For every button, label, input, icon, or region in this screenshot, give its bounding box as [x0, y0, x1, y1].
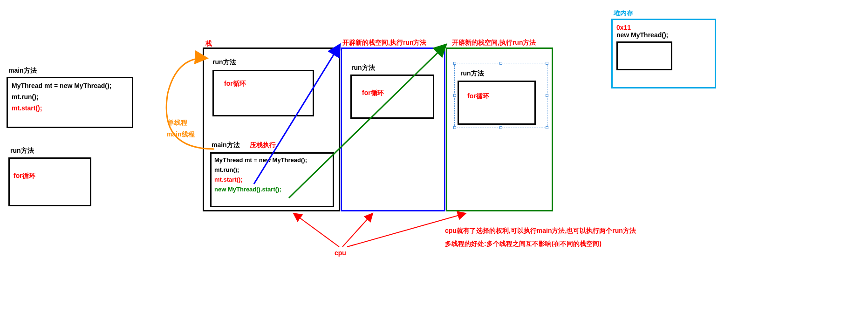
stack2-inner: for循环 [350, 75, 434, 119]
heap-addr: 0x11 [616, 24, 711, 31]
svg-line-3 [342, 213, 373, 247]
heap-inner-box [616, 41, 672, 70]
cpu-label: cpu [335, 249, 346, 257]
note-new-stack-1: 开辟新的栈空间,执行run方法 [342, 39, 426, 47]
center-run-title: run方法 [212, 58, 236, 67]
left-run-box: for循环 [8, 157, 91, 206]
single-thread-label: 单线程 [168, 119, 187, 127]
center-stack-box: run方法 for循环 main方法 压栈执行 0x11 MyThread mt… [203, 48, 340, 211]
left-main-box: MyThread mt = new MyThread(); mt.run(); … [7, 77, 133, 128]
selection-box[interactable] [454, 63, 547, 128]
stack-label: 栈 [205, 40, 212, 48]
center-m2: mt.run(); [214, 166, 330, 173]
green-stack-box: run方法 for循环 [446, 48, 553, 211]
bottom-note1: cpu就有了选择的权利,可以执行main方法,也可以执行两个run方法 [445, 227, 636, 235]
main-thread-label: main线程 [166, 130, 195, 139]
push-exec-label: 压栈执行 [250, 141, 276, 149]
blue-stack-box: run方法 for循环 [341, 48, 445, 211]
center-for-loop: for循环 [224, 80, 246, 88]
heap-box: 0x11 new MyThread(); [611, 19, 716, 88]
left-main-line2: mt.run(); [12, 93, 128, 101]
center-m4: new MyThread().start(); [214, 186, 330, 193]
left-run-body: for循环 [14, 172, 86, 180]
center-m3: mt.start(); [214, 176, 330, 183]
note-new-stack-2: 开辟新的栈空间,执行run方法 [452, 39, 536, 47]
left-run-title: run方法 [10, 147, 34, 155]
left-main-title: main方法 [8, 67, 37, 75]
stack2-for-loop: for循环 [362, 89, 384, 97]
center-main-inner: MyThread mt = new MyThread(); mt.run(); … [210, 152, 334, 207]
heap-obj: new MyThread(); [616, 31, 711, 39]
center-m1: MyThread mt = new MyThread(); [214, 156, 330, 163]
left-main-line1: MyThread mt = new MyThread(); [12, 82, 128, 89]
center-main-title: main方法 [212, 141, 240, 149]
stack2-run-title: run方法 [351, 64, 375, 72]
svg-line-2 [294, 213, 339, 247]
center-run-inner: for循环 [212, 70, 314, 116]
heap-title: 堆内存 [614, 9, 633, 18]
left-main-line3: mt.start(); [12, 104, 128, 112]
bottom-note2: 多线程的好处:多个线程之间互不影响(在不同的栈空间) [445, 240, 601, 248]
